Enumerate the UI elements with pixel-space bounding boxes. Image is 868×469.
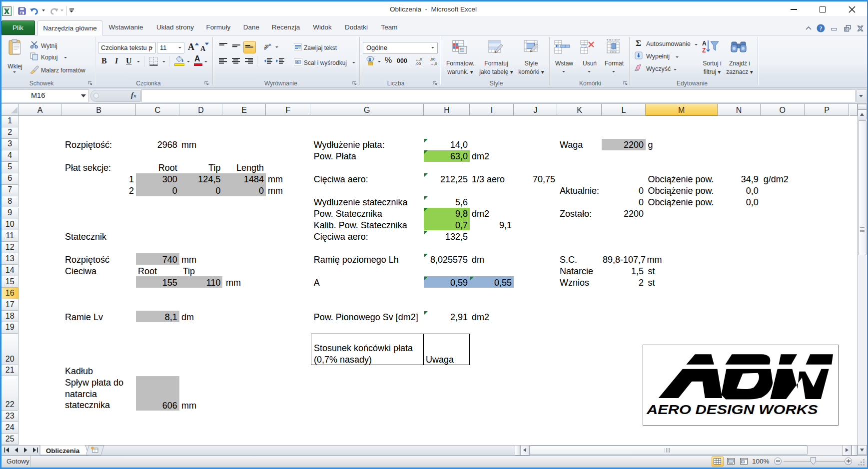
- svg-text:AERO DESIGN WORKS: AERO DESIGN WORKS: [646, 402, 818, 417]
- svg-text:,0: ,0: [419, 57, 422, 61]
- svg-text:Z: Z: [702, 47, 706, 54]
- svg-text:A: A: [702, 40, 707, 47]
- svg-text:ab: ab: [263, 43, 270, 51]
- svg-text:$: $: [369, 57, 371, 62]
- svg-text:a: a: [296, 60, 299, 64]
- svg-text:,00: ,00: [415, 61, 421, 65]
- svg-text:?: ?: [820, 25, 823, 31]
